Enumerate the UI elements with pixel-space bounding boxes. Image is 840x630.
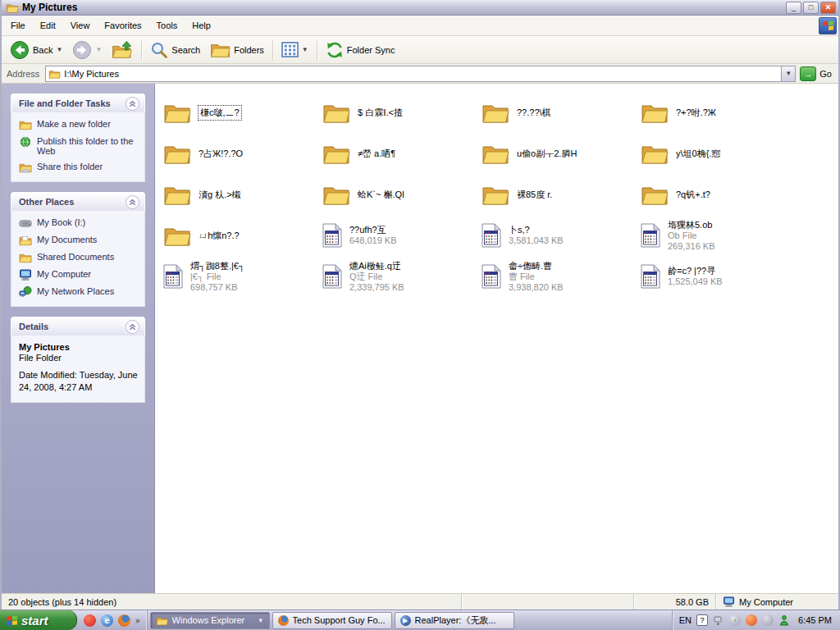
folder-tile[interactable]: ≠嵤 a.哂¶	[321, 133, 480, 174]
details-panel: Details My Pictures File Folder Date Mod…	[11, 317, 145, 403]
updates-tray-icon[interactable]	[713, 614, 724, 626]
titlebar: My Pictures _ □ ✕	[2, 0, 838, 16]
file-tile[interactable]: 卜s,? 3,581,043 KB	[480, 215, 639, 256]
folder-tile[interactable]: y\坦0桷{.惌	[639, 133, 798, 174]
task-windows-explorer[interactable]: Windows Explorer ▼	[150, 612, 270, 629]
address-dropdown-icon[interactable]: ▼	[781, 66, 795, 81]
folder-tile[interactable]: u偷o副┰2.膦H	[480, 133, 639, 174]
file-tile[interactable]: 畲÷偬畴.曹 曹 File 3,938,820 KB	[480, 256, 639, 297]
menu-file[interactable]: File	[3, 18, 33, 33]
status-disk-size: 58.0 GB	[633, 594, 715, 609]
file-size: 1,525,049 KB	[668, 276, 723, 287]
task-group-dropdown-icon[interactable]: ▼	[258, 617, 264, 624]
qq-tray-icon[interactable]	[746, 614, 757, 626]
menu-favorites[interactable]: Favorites	[97, 18, 148, 33]
views-dropdown-icon[interactable]: ▼	[302, 46, 308, 53]
back-dropdown-icon[interactable]: ▼	[56, 46, 62, 53]
folder-icon	[163, 224, 191, 247]
file-tile[interactable]: 爊Ai檄鲑.q迂 Q迂 File 2,339,795 KB	[321, 256, 480, 297]
search-button[interactable]: Search	[145, 38, 205, 62]
menu-help[interactable]: Help	[185, 18, 218, 33]
folder-name: ?+?咐.?Ж	[676, 107, 716, 119]
online-status-tray-icon[interactable]	[778, 614, 790, 626]
collapse-chevron-icon[interactable]	[126, 320, 139, 334]
file-list-area[interactable]: 槏c啵,ㅡ? $ 白霖Ⅰ.<揸 ??.??\棋 ?+?咐.?Ж	[155, 84, 838, 593]
status-spacer	[461, 594, 633, 609]
file-folder-tasks-panel: File and Folder Tasks Make a new folder …	[11, 94, 145, 182]
close-button[interactable]: ✕	[820, 2, 836, 14]
other-places-panel: Other Places My Book (I:) My Documents	[11, 192, 145, 307]
folder-icon	[322, 142, 350, 165]
folder-tile[interactable]: 槏c啵,ㅡ?	[162, 92, 321, 133]
folder-tile[interactable]: ?+?咐.?Ж	[639, 92, 798, 133]
menu-tools[interactable]: Tools	[149, 18, 185, 33]
my-documents-link[interactable]: My Documents	[19, 235, 139, 246]
maximize-button[interactable]: □	[803, 2, 819, 14]
folder-tile[interactable]: 裸85度 r.	[480, 174, 639, 215]
menu-view[interactable]: View	[63, 18, 98, 33]
details-folder-name: My Pictures	[19, 342, 139, 352]
address-input[interactable]: I:\My Pictures ▼	[45, 66, 796, 82]
menu-edit[interactable]: Edit	[33, 18, 63, 33]
collapse-chevron-icon[interactable]	[126, 97, 139, 111]
quick-launch-overflow-icon[interactable]: »	[135, 616, 140, 625]
folder-icon	[163, 183, 191, 206]
publish-folder-link[interactable]: Publish this folder to the Web	[19, 136, 139, 156]
file-tile[interactable]: 龄=c? |??寻 1,525,049 KB	[639, 256, 798, 297]
go-button[interactable]: → Go	[800, 66, 835, 81]
aim-icon[interactable]	[84, 614, 96, 627]
status-zone-label: My Computer	[739, 597, 793, 607]
start-button[interactable]: start	[0, 610, 77, 630]
file-tile[interactable]: ??ufh?互 648,019 KB	[321, 215, 480, 256]
folder-tile[interactable]: ?占Ж!?.?O	[162, 133, 321, 174]
quick-launch: e »	[77, 610, 148, 630]
language-indicator[interactable]: EN	[679, 615, 692, 625]
back-icon	[10, 40, 30, 60]
file-folder-tasks-header[interactable]: File and Folder Tasks	[11, 94, 145, 112]
drive-icon	[19, 217, 32, 229]
place-label: My Book (I:)	[37, 217, 85, 227]
folder-sync-button[interactable]: Folder Sync	[321, 38, 400, 62]
folder-name: ??.??\棋	[517, 107, 551, 119]
up-folder-icon	[112, 40, 133, 60]
minimize-button[interactable]: _	[786, 2, 801, 14]
folder-tile[interactable]: ?q钒+.t?	[639, 174, 798, 215]
other-places-title: Other Places	[19, 197, 74, 207]
folder-tile[interactable]: 澬g 朲.>樧	[162, 174, 321, 215]
folder-tile[interactable]: ??.??\棋	[480, 92, 639, 133]
make-new-folder-link[interactable]: Make a new folder	[19, 119, 139, 130]
other-places-header[interactable]: Other Places	[11, 192, 145, 211]
hide-icons-chevron-icon[interactable]: ‹	[729, 614, 741, 626]
task-realplayer[interactable]: ▶ RealPlayer:《无敌...	[395, 612, 514, 629]
taskbar-clock[interactable]: 6:45 PM	[795, 615, 832, 625]
status-zone: My Computer	[715, 594, 838, 609]
task-tech-support-guy[interactable]: Tech Support Guy Fo...	[272, 612, 392, 629]
my-network-places-link[interactable]: My Network Places	[19, 286, 139, 298]
my-computer-link[interactable]: My Computer	[19, 269, 139, 281]
file-size: 648,019 KB	[349, 235, 397, 246]
internet-explorer-icon[interactable]: e	[101, 614, 113, 627]
views-button[interactable]: ▼	[276, 38, 313, 62]
up-button[interactable]	[107, 38, 138, 62]
firefox-icon	[278, 615, 289, 626]
forward-button[interactable]: ▼	[67, 38, 107, 62]
forward-dropdown-icon[interactable]: ▼	[95, 46, 102, 53]
folder-tile[interactable]: 蛤K`~ 槲.QI	[321, 174, 480, 215]
back-button[interactable]: Back ▼	[5, 38, 67, 62]
my-book-link[interactable]: My Book (I:)	[19, 217, 139, 229]
place-label: Shared Documents	[37, 252, 114, 262]
folder-tile[interactable]: $ 白霖Ⅰ.<揸	[321, 92, 480, 133]
file-tile[interactable]: 煟┐踟8整.|€┐ |€┐ File 698,757 KB	[162, 256, 321, 297]
offline-status-tray-icon[interactable]	[762, 614, 774, 626]
help-tray-icon[interactable]: ?	[696, 614, 708, 626]
share-folder-link[interactable]: Share this folder	[19, 162, 139, 173]
shared-documents-link[interactable]: Shared Documents	[19, 252, 139, 263]
collapse-chevron-icon[interactable]	[126, 195, 139, 209]
firefox-icon[interactable]	[118, 614, 130, 627]
taskbar: start e » Windows Explorer ▼ Tech Suppor…	[0, 609, 840, 630]
folders-button[interactable]: Folders	[205, 38, 269, 62]
folder-tile[interactable]: ㄩh懔n?.?	[162, 215, 321, 256]
details-header[interactable]: Details	[11, 317, 145, 336]
folder-name: 蛤K`~ 槲.QI	[358, 189, 404, 201]
file-tile[interactable]: 堶猓林5.ob Ob File 269,316 KB	[639, 215, 798, 256]
